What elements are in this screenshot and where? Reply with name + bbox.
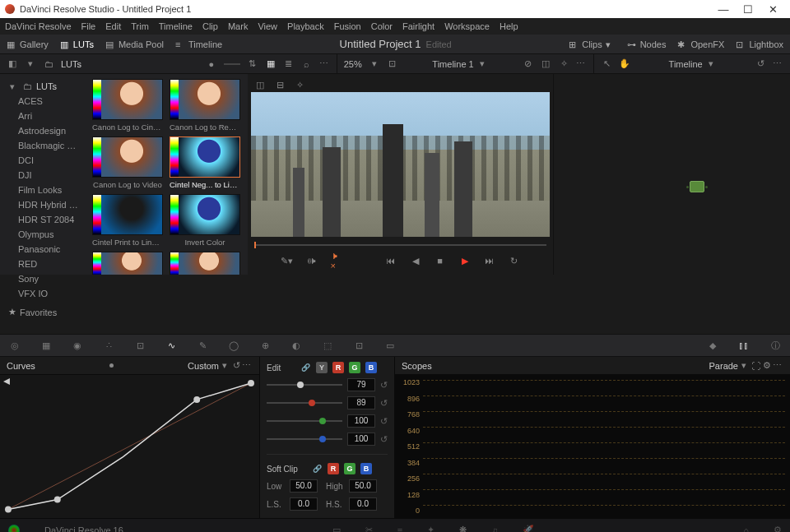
clips-button[interactable]: ⊞Clips▾ xyxy=(569,39,615,49)
nodes-button[interactable]: ⊶Nodes xyxy=(627,39,667,49)
sizing-icon[interactable]: ⊡ xyxy=(352,339,365,352)
lut-thumb[interactable]: Invert Color xyxy=(170,194,240,247)
node-editor[interactable] xyxy=(553,74,790,275)
key-icon[interactable]: ⬚ xyxy=(321,339,334,352)
mediapool-button[interactable]: ▤Media Pool xyxy=(105,39,164,49)
page-dot-icon[interactable] xyxy=(109,363,114,368)
lut-folder-item[interactable]: Film Looks xyxy=(0,183,87,197)
fairlight-page-icon[interactable]: ♫ xyxy=(491,525,498,533)
stop-icon[interactable]: ■ xyxy=(434,255,446,266)
softclip-high[interactable]: 50.0 xyxy=(349,479,377,493)
lut-folder-item[interactable]: Sony xyxy=(0,271,87,286)
openfx-button[interactable]: ✱OpenFX xyxy=(677,39,724,49)
qualifier-icon[interactable]: ✎ xyxy=(196,339,209,352)
lightbox-button[interactable]: ⊡Lightbox xyxy=(736,39,783,49)
fit-icon[interactable]: ⊡ xyxy=(387,58,398,70)
lut-thumb[interactable]: Canon Log to Cineon xyxy=(92,79,163,132)
scopes-icon[interactable]: ⫿⫿ xyxy=(737,339,750,352)
curves-graph[interactable] xyxy=(0,375,259,518)
link-icon[interactable]: 🔗 xyxy=(311,463,323,474)
viewer-options-button[interactable]: ⋯ xyxy=(576,58,587,69)
menu-help[interactable]: Help xyxy=(500,21,518,31)
sort-icon[interactable]: ⇅ xyxy=(247,58,258,70)
home-icon[interactable]: ⌂ xyxy=(743,525,749,533)
softclip-hs[interactable]: 0.0 xyxy=(349,497,377,511)
curves-mode[interactable]: Custom xyxy=(188,361,219,371)
reset-icon[interactable]: ↺ xyxy=(380,434,388,445)
lut-thumb-selected[interactable]: Cintel Neg... to Linear xyxy=(170,136,240,189)
b-slider[interactable] xyxy=(267,438,342,440)
media-page-icon[interactable]: ▭ xyxy=(332,525,341,532)
mute-icon[interactable]: 🕨× xyxy=(331,255,342,266)
lut-thumb[interactable]: Cintel Print to Linear xyxy=(92,194,163,247)
menu-trim[interactable]: Trim xyxy=(131,21,149,31)
pointer-icon[interactable]: ↖ xyxy=(601,58,612,70)
edit-page-icon[interactable]: ≡ xyxy=(397,525,402,533)
r-value[interactable]: 89 xyxy=(347,396,375,409)
info-icon[interactable]: ⓘ xyxy=(769,339,782,352)
lut-thumb[interactable] xyxy=(92,252,163,275)
highlight-wand-icon[interactable]: ✧ xyxy=(294,79,305,90)
lut-folder-item[interactable]: Blackmagic Design xyxy=(0,138,87,153)
project-settings-icon[interactable]: ⚙ xyxy=(774,525,782,532)
node-timeline-label[interactable]: Timeline xyxy=(669,58,703,68)
menu-playback[interactable]: Playback xyxy=(287,21,324,31)
softclip-b-button[interactable]: B xyxy=(360,463,372,474)
timeline-name[interactable]: Timeline 1 xyxy=(432,58,473,68)
list-view-icon[interactable]: ≣ xyxy=(283,58,295,70)
menu-fairlight[interactable]: Fairlight xyxy=(402,21,434,31)
menu-clip[interactable]: Clip xyxy=(202,21,218,31)
scopes-options-button[interactable]: ⋯ xyxy=(773,360,783,371)
thumb-size-slider[interactable] xyxy=(224,63,240,65)
chevron-down-icon[interactable]: ▾ xyxy=(705,58,717,70)
reset-icon[interactable]: ↺ xyxy=(380,380,388,391)
expand-icon[interactable]: ⛶ xyxy=(750,360,761,372)
b-value[interactable]: 100 xyxy=(347,433,375,446)
y-slider[interactable] xyxy=(267,384,342,386)
menu-app[interactable]: DaVinci Resolve xyxy=(5,21,72,31)
search-icon[interactable]: ⌕ xyxy=(301,58,313,70)
cut-page-icon[interactable]: ✂ xyxy=(365,525,373,532)
chevron-down-icon[interactable]: ▾ xyxy=(25,58,36,70)
channel-g-button[interactable]: G xyxy=(349,362,360,373)
menu-fusion[interactable]: Fusion xyxy=(334,21,361,31)
slider-dot-icon[interactable]: ● xyxy=(206,58,217,70)
chevron-down-icon[interactable]: ▾ xyxy=(369,58,380,70)
sidebar-toggle-icon[interactable]: ◧ xyxy=(7,58,18,70)
lut-folder-item[interactable]: DJI xyxy=(0,168,87,183)
settings-icon[interactable]: ⚙ xyxy=(761,360,773,372)
play-icon[interactable]: ▶ xyxy=(459,255,471,266)
r-slider[interactable] xyxy=(267,402,342,404)
rgb-mixer-icon[interactable]: ∴ xyxy=(102,339,115,352)
lut-folder-item[interactable]: RED xyxy=(0,257,87,271)
lut-folder-item[interactable]: ACES xyxy=(0,94,87,109)
menu-timeline[interactable]: Timeline xyxy=(159,21,193,31)
curves-options-button[interactable]: ⋯ xyxy=(242,360,253,371)
loop-icon[interactable]: ↻ xyxy=(509,255,520,266)
menu-view[interactable]: View xyxy=(258,21,277,31)
chevron-down-icon[interactable]: ▾ xyxy=(476,58,488,70)
lut-folder-item[interactable]: Arri xyxy=(0,109,87,123)
node-options-button[interactable]: ⋯ xyxy=(773,58,783,69)
menu-edit[interactable]: Edit xyxy=(105,21,121,31)
reset-icon[interactable]: ↺ xyxy=(755,58,766,70)
color-page-icon[interactable]: ❋ xyxy=(459,525,467,532)
chevron-down-icon[interactable]: ▾ xyxy=(738,360,750,372)
lut-folder-item[interactable]: Panasonic xyxy=(0,242,87,257)
y-value[interactable]: 79 xyxy=(347,378,375,391)
split-icon[interactable]: ⊟ xyxy=(274,79,286,90)
lut-favorites[interactable]: ★Favorites xyxy=(0,304,87,320)
lut-folder-item[interactable]: Astrodesign xyxy=(0,123,87,138)
3d-icon[interactable]: ▭ xyxy=(383,339,397,352)
softclip-g-button[interactable]: G xyxy=(344,463,356,474)
g-slider[interactable] xyxy=(267,420,342,422)
hand-icon[interactable]: ✋ xyxy=(619,58,630,70)
motion-effects-icon[interactable]: ⊡ xyxy=(133,339,146,352)
reset-icon[interactable]: ↺ xyxy=(380,416,388,427)
curves-icon[interactable]: ∿ xyxy=(165,339,178,352)
chevron-down-icon[interactable]: ▾ xyxy=(7,81,18,92)
deliver-page-icon[interactable]: 🚀 xyxy=(523,525,534,532)
menu-file[interactable]: File xyxy=(81,21,96,31)
lut-folder-item[interactable]: Olympus xyxy=(0,227,87,242)
g-value[interactable]: 100 xyxy=(347,414,375,428)
